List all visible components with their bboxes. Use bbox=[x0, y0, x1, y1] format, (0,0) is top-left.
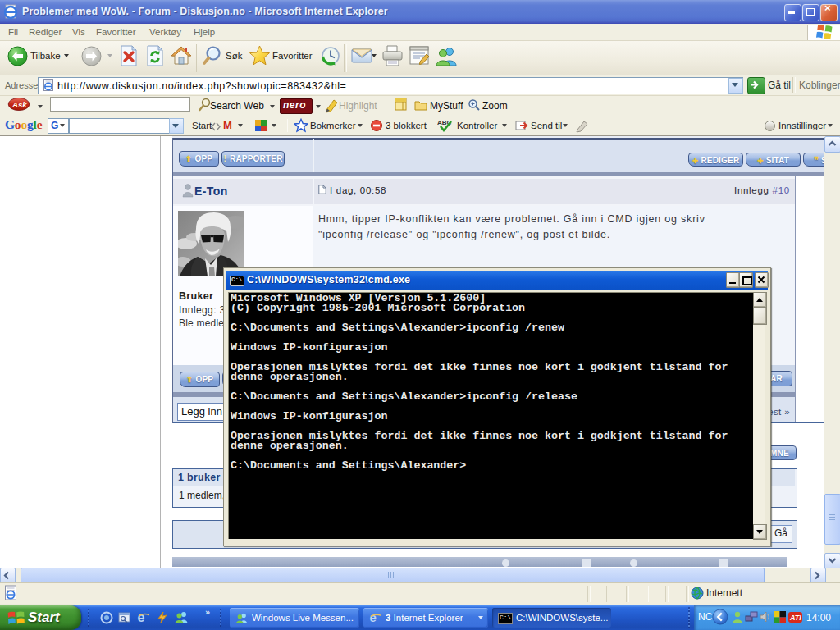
svg-text:e: e bbox=[369, 611, 376, 624]
svg-text:e: e bbox=[138, 610, 145, 624]
svg-text:ATI: ATI bbox=[789, 614, 801, 622]
svg-text:Ask: Ask bbox=[11, 100, 27, 109]
